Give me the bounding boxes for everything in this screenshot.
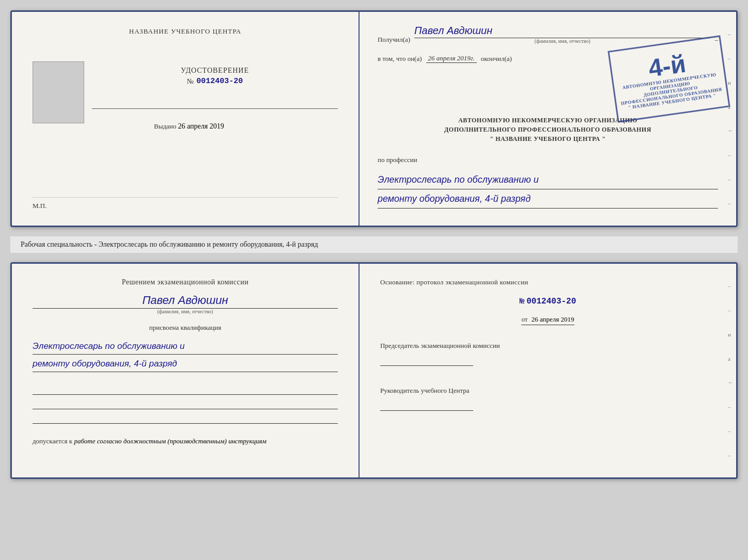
dopusk-text: работе согласно должностным (производств… — [74, 437, 266, 445]
fio-hint-bottom: (фамилия, имя, отчество) — [33, 309, 338, 314]
poluchil-row: Получил(а) Павел Авдюшин (фамилия, имя, … — [378, 25, 718, 44]
stamp-line1: АВТОНОМНУЮ НЕКОММЕРЧЕСКУЮ ОРГАНИЗАЦИЮ — [618, 71, 721, 95]
signature-lines — [33, 383, 338, 424]
udostoverenie-label: УДОСТОВЕРЕНИЕ — [181, 67, 249, 75]
mp-label: М.П. — [33, 202, 338, 210]
bottom-protocol-number: 0012403-20 — [526, 297, 576, 306]
sig-line-2 — [33, 398, 338, 409]
okончил-label: окончил(а) — [481, 55, 512, 63]
bottom-number-prefix: № — [520, 297, 525, 306]
osnovaniye-label: Основание: протокол экзаменационной коми… — [380, 278, 715, 286]
profession-line2: ремонту оборудования, 4-й разряд — [378, 191, 718, 209]
sig-line-3 — [33, 412, 338, 424]
rukovoditel-block: Руководитель учебного Центра — [380, 386, 715, 411]
sig-line-1 — [33, 383, 338, 395]
page-container: НАЗВАНИЕ УЧЕБНОГО ЦЕНТРА УДОСТОВЕРЕНИЕ №… — [10, 10, 738, 479]
decision-title: Решением экзаменационной комиссии — [33, 278, 338, 286]
qualification-line2: ремонту оборудования, 4-й разряд — [33, 357, 338, 372]
bottom-right-panel: Основание: протокол экзаменационной коми… — [360, 264, 736, 477]
photo-placeholder — [33, 61, 84, 123]
profession-line1: Электрослесарь по обслуживанию и — [378, 172, 718, 189]
stamp-overlay: 4-й АВТОНОМНУЮ НЕКОММЕРЧЕСКУЮ ОРГАНИЗАЦИ… — [607, 35, 730, 122]
rukovoditel-label: Руководитель учебного Центра — [380, 386, 715, 396]
vtom-date: 26 апреля 2019г. — [426, 54, 477, 63]
stamp-line2: ДОПОЛНИТЕЛЬНОГО ПРОФЕССИОНАЛЬНОГО ОБРАЗО… — [620, 82, 723, 106]
qualification-line1: Электрослесарь по обслуживанию и — [33, 339, 338, 355]
number-prefix-top: № — [187, 77, 194, 86]
top-separator-1 — [92, 108, 338, 109]
bottom-left-panel: Решением экзаменационной комиссии Павел … — [12, 264, 360, 477]
stamp-line3: " НАЗВАНИЕ УЧЕБНОГО ЦЕНТРА " — [628, 93, 716, 110]
ot-date: 26 апреля 2019 — [529, 315, 574, 323]
top-document: НАЗВАНИЕ УЧЕБНОГО ЦЕНТРА УДОСТОВЕРЕНИЕ №… — [10, 10, 738, 227]
org-line3: " НАЗВАНИЕ УЧЕБНОГО ЦЕНТРА " — [378, 134, 718, 143]
chairman-block: Председатель экзаменационной комиссии — [380, 341, 715, 366]
bottom-document: Решением экзаменационной комиссии Павел … — [10, 262, 738, 479]
vtom-row: в том, что он(а) 26 апреля 2019г. окончи… — [378, 54, 718, 63]
poluchil-prefix: Получил(а) — [378, 36, 410, 44]
top-right-panel: 4-й АВТОНОМНУЮ НЕКОММЕРЧЕСКУЮ ОРГАНИЗАЦИ… — [360, 12, 736, 226]
chairman-sig-line — [380, 355, 473, 366]
right-edge-marks-bottom: – – и а ← – – – — [728, 264, 734, 477]
org-block: АВТОНОМНУЮ НЕКОММЕРЧЕСКУЮ ОРГАНИЗАЦИЮ ДО… — [378, 116, 718, 143]
ot-label: от 26 апреля 2019 — [521, 315, 574, 325]
bottom-person-name: Павел Авдюшин — [33, 294, 338, 309]
rukovoditel-sig-line — [380, 399, 473, 411]
top-separator-2 — [33, 197, 338, 198]
poluchil-name: Павел Авдюшин — [414, 25, 710, 38]
prisvoena-label: присвоена квалификация — [33, 324, 338, 332]
org-line2: ДОПОЛНИТЕЛЬНОГО ПРОФЕССИОНАЛЬНОГО ОБРАЗО… — [378, 125, 718, 134]
допускается-row: допускается к работе согласно должностны… — [33, 437, 338, 445]
допускается-label: допускается к — [33, 437, 72, 445]
top-left-panel: НАЗВАНИЕ УЧЕБНОГО ЦЕНТРА УДОСТОВЕРЕНИЕ №… — [12, 12, 360, 226]
fio-hint-top: (фамилия, имя, отчество) — [414, 38, 710, 44]
top-cert-number: 0012403-20 — [196, 77, 243, 86]
vydano-label: Выдано 26 апреля 2019 — [154, 122, 224, 130]
vtom-prefix: в том, что он(а) — [378, 55, 422, 63]
po-professii-label: по профессии — [378, 156, 718, 164]
org-line1: АВТОНОМНУЮ НЕКОММЕРЧЕСКУЮ ОРГАНИЗАЦИЮ — [378, 116, 718, 125]
vydano-date: 26 апреля 2019 — [178, 122, 224, 130]
middle-text: Рабочая специальность - Электрослесарь п… — [10, 236, 738, 253]
top-left-title: НАЗВАНИЕ УЧЕБНОГО ЦЕНТРА — [33, 27, 338, 36]
chairman-label: Председатель экзаменационной комиссии — [380, 341, 715, 351]
udostoverenie-block: УДОСТОВЕРЕНИЕ № 0012403-20 — [181, 67, 249, 86]
right-edge-marks-top: – – и а ← – – – — [728, 12, 734, 226]
